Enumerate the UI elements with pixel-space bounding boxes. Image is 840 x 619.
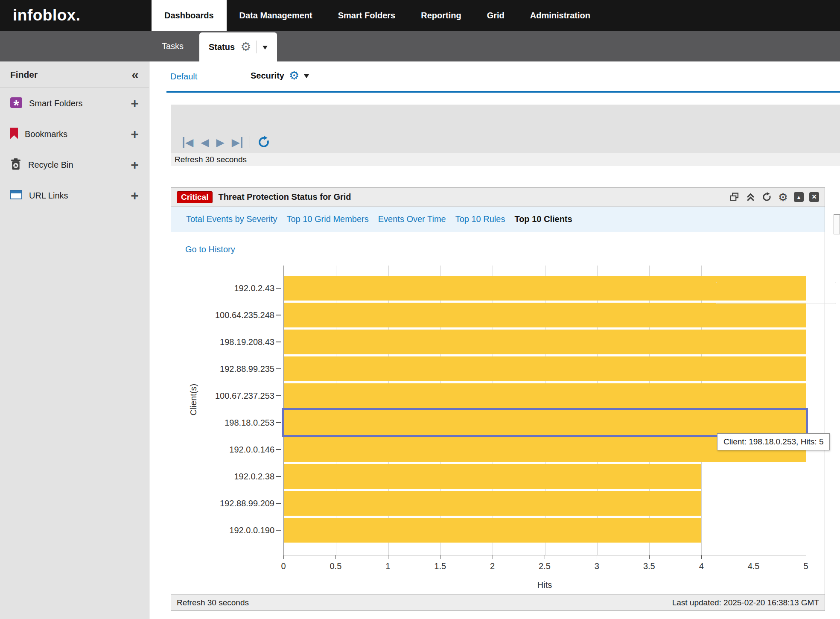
sidebar-item-smart-folders[interactable]: Smart Folders [0, 88, 149, 119]
y-tick-mark [276, 395, 281, 396]
last-page-icon[interactable] [232, 137, 242, 148]
widget-tab-top-10-clients[interactable]: Top 10 Clients [514, 214, 572, 224]
bookmark-icon [10, 128, 18, 141]
sidebar-item-recycle-bin[interactable]: Recycle Bin [0, 149, 149, 180]
dashboard-tabs: Default Security [149, 61, 840, 93]
recycle-bin-icon [10, 158, 21, 172]
widget-tab-top-10-grid-members[interactable]: Top 10 Grid Members [286, 214, 368, 224]
go-to-history-link[interactable]: Go to History [185, 245, 235, 254]
refresh-icon[interactable] [761, 192, 772, 202]
x-tick-label: 0.5 [330, 561, 341, 571]
bar-chart-plot: 192.0.2.43100.64.235.248198.19.208.43192… [283, 266, 806, 555]
tab-default[interactable]: Default [170, 72, 197, 82]
top-nav-reporting[interactable]: Reporting [408, 0, 474, 31]
chevron-down-icon[interactable] [304, 74, 309, 81]
collapse-all-icon[interactable] [745, 192, 756, 202]
x-tick-label: 3.5 [643, 561, 655, 571]
y-axis-title: Client(s) [189, 384, 198, 415]
top-nav-dashboards[interactable]: Dashboards [152, 0, 227, 31]
chart-row: 192.0.0.190 [284, 517, 806, 544]
finder-title: Finder [10, 70, 131, 80]
gear-icon[interactable] [240, 41, 251, 53]
x-tick-mark [283, 555, 284, 559]
bar-100-64-235-248[interactable] [284, 303, 806, 327]
ghost-tooltip-outline [716, 282, 836, 304]
top-nav: infoblox. DashboardsData ManagementSmart… [0, 0, 840, 31]
previous-page-icon[interactable] [201, 137, 209, 148]
first-page-icon[interactable] [183, 137, 193, 148]
y-tick-mark [276, 476, 281, 477]
x-tick-label: 2.5 [539, 561, 551, 571]
nav-tasks[interactable]: Tasks [162, 31, 184, 61]
scrollbar[interactable] [834, 214, 840, 234]
bar-192-88-99-209[interactable] [284, 491, 701, 516]
x-tick-mark [493, 555, 493, 559]
add-recycle-bin-button[interactable] [131, 157, 139, 173]
x-tick-mark [597, 555, 597, 559]
y-tick-mark [276, 315, 281, 315]
nav-status-tab[interactable]: Status [199, 32, 277, 61]
y-axis-label: 192.0.0.190 [229, 526, 274, 535]
bar-192-0-0-190[interactable] [284, 518, 701, 543]
last-updated-text: Last updated: 2025-02-20 16:38:13 GMT [672, 598, 819, 607]
add-bookmarks-button[interactable] [131, 126, 139, 142]
collapse-widget-icon[interactable] [794, 192, 804, 202]
chart-row: 192.0.2.38 [284, 463, 806, 490]
gridline [806, 266, 806, 555]
x-tick-label: 2 [490, 561, 495, 571]
y-tick-mark [276, 288, 281, 289]
x-tick-label: 4 [699, 561, 704, 571]
widget-header: Critical Threat Protection Status for Gr… [171, 188, 825, 207]
gear-icon[interactable] [289, 70, 299, 82]
widget-tab-events-over-time[interactable]: Events Over Time [378, 214, 446, 224]
y-axis-label: 192.0.2.38 [234, 472, 274, 482]
widget-controls [729, 192, 819, 202]
widget-tab-top-10-rules[interactable]: Top 10 Rules [455, 214, 505, 224]
bar-198-19-208-43[interactable] [284, 330, 806, 354]
restore-icon[interactable] [729, 192, 740, 202]
collapse-sidebar-icon[interactable] [131, 67, 139, 82]
sidebar-item-url-links[interactable]: URL Links [0, 180, 149, 211]
top-nav-grid[interactable]: Grid [474, 0, 517, 31]
close-widget-icon[interactable] [809, 192, 819, 202]
chevron-down-icon[interactable] [262, 46, 268, 52]
next-page-icon[interactable] [216, 137, 224, 148]
gear-icon[interactable] [778, 192, 788, 202]
x-tick-mark [335, 555, 336, 559]
y-axis-label: 192.0.0.146 [229, 445, 274, 455]
chart-row: 192.88.99.235 [284, 355, 806, 382]
x-tick-mark [754, 555, 754, 559]
add-smart-folders-button[interactable] [131, 96, 139, 111]
y-tick-mark [276, 368, 281, 369]
bars-area: 192.0.2.43100.64.235.248198.19.208.43192… [284, 274, 806, 544]
top-nav-data-management[interactable]: Data Management [227, 0, 325, 31]
refresh-icon[interactable] [257, 136, 270, 149]
bar-tooltip: Client: 198.18.0.253, Hits: 5 [717, 433, 830, 450]
sidebar-item-bookmarks[interactable]: Bookmarks [0, 119, 149, 149]
pager-icons [183, 136, 270, 149]
widget-tab-total-events-by-severity[interactable]: Total Events by Severity [186, 214, 277, 224]
y-tick-mark [276, 503, 281, 504]
sidebar-item-label: URL Links [29, 191, 124, 201]
top-nav-administration[interactable]: Administration [517, 0, 603, 31]
pager-gray-panel [171, 105, 840, 153]
add-url-links-button[interactable] [131, 188, 139, 204]
tab-security[interactable]: Security [251, 70, 309, 82]
bar-192-88-99-235[interactable] [284, 356, 806, 381]
y-axis-label: 100.67.237.253 [215, 391, 274, 400]
widget-footer: Refresh 30 seconds Last updated: 2025-02… [171, 594, 825, 610]
threat-protection-widget: Critical Threat Protection Status for Gr… [171, 187, 825, 611]
y-axis-label: 192.0.2.43 [234, 283, 274, 293]
bar-192-0-2-38[interactable] [284, 464, 701, 489]
divider [250, 136, 250, 148]
finder-items: Smart FoldersBookmarksRecycle BinURL Lin… [0, 88, 149, 211]
x-tick-label: 1 [385, 561, 390, 571]
infoblox-app: infoblox. DashboardsData ManagementSmart… [0, 0, 840, 619]
top-nav-smart-folders[interactable]: Smart Folders [325, 0, 408, 31]
sidebar-item-label: Bookmarks [25, 129, 124, 139]
bar-100-67-237-253[interactable] [284, 383, 806, 408]
bar-198-18-0-253[interactable] [284, 410, 806, 435]
x-tick-mark [701, 555, 702, 559]
x-tick-label: 3 [595, 561, 599, 571]
x-tick-mark [649, 555, 650, 559]
